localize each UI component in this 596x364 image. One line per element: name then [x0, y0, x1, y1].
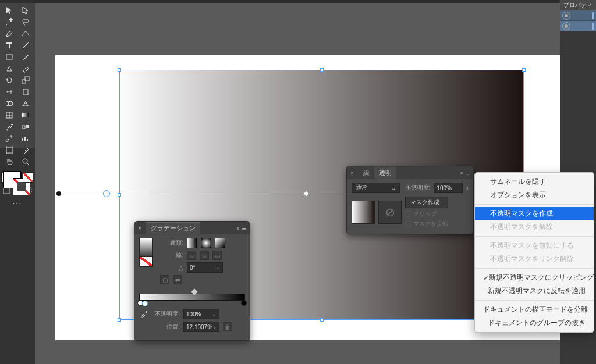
- curvature-tool[interactable]: [17, 28, 34, 40]
- radial-gradient-button[interactable]: [201, 238, 211, 248]
- selection-handle[interactable]: [320, 68, 324, 72]
- menu-new-mask-invert[interactable]: 新規不透明マスクに反転を適用: [475, 284, 594, 298]
- opacity-field[interactable]: 100%: [434, 183, 463, 193]
- paintbrush-tool[interactable]: [17, 51, 34, 63]
- hand-tool[interactable]: [1, 156, 17, 167]
- chevron-down-icon: ⌄: [391, 185, 396, 191]
- artboard-tool[interactable]: [1, 144, 17, 156]
- menu-disable-opacity-mask: 不透明マスクを無効にする: [475, 239, 594, 252]
- shaper-tool[interactable]: [1, 63, 17, 74]
- stroke-within-button[interactable]: ▭: [187, 251, 196, 260]
- blend-tool[interactable]: [17, 121, 34, 133]
- stroke-along-button[interactable]: ▭: [200, 251, 209, 260]
- visibility-icon[interactable]: [562, 12, 570, 20]
- stop-location-value: 12.1007%: [186, 324, 212, 330]
- aspect-lock-button[interactable]: ▢: [160, 275, 169, 284]
- selection-handle[interactable]: [118, 68, 121, 72]
- selection-handle[interactable]: [118, 318, 121, 322]
- gradient-stop-handle[interactable]: [103, 190, 110, 197]
- gradient-stroke-preview[interactable]: [139, 256, 153, 267]
- blend-mode-select[interactable]: 通常 ⌄: [352, 183, 400, 193]
- free-transform-tool[interactable]: [17, 86, 34, 98]
- mesh-tool[interactable]: [1, 109, 17, 121]
- slice-tool[interactable]: [17, 144, 34, 156]
- none-mode[interactable]: [23, 172, 33, 183]
- direct-selection-tool[interactable]: [17, 5, 34, 16]
- zoom-tool[interactable]: [17, 156, 34, 167]
- chevron-down-icon[interactable]: ⌄: [212, 324, 217, 330]
- delete-stop-button[interactable]: 🗑: [223, 322, 232, 331]
- linear-gradient-button[interactable]: [187, 238, 197, 248]
- gradient-stop-selected[interactable]: [142, 301, 148, 306]
- gradient-tab[interactable]: グラデーション: [146, 222, 200, 234]
- lasso-tool[interactable]: [17, 16, 34, 28]
- visibility-icon[interactable]: [562, 22, 570, 30]
- panel-menu-icon[interactable]: ≡: [242, 224, 246, 233]
- svg-point-13: [6, 140, 8, 142]
- type-tool[interactable]: [1, 40, 17, 51]
- stop-opacity-field[interactable]: 100% ⌄: [183, 309, 219, 319]
- shape-builder-tool[interactable]: [1, 98, 17, 109]
- menu-knockout-group[interactable]: ドキュメントのグループの抜き: [475, 316, 594, 330]
- pen-tool[interactable]: [1, 28, 17, 40]
- menu-label: 新規不透明マスクにクリッピングを適用: [489, 273, 596, 283]
- perspective-grid-tool[interactable]: [17, 98, 34, 109]
- width-tool[interactable]: [1, 86, 17, 98]
- layer-row[interactable]: [560, 21, 596, 31]
- stroke-across-button[interactable]: ▭: [212, 251, 222, 260]
- gradient-slider[interactable]: [139, 294, 245, 301]
- menu-isolate-blending[interactable]: ドキュメントの描画モードを分離: [475, 303, 594, 316]
- eyedropper-icon[interactable]: [139, 309, 148, 319]
- gradient-tool[interactable]: [17, 109, 34, 121]
- clip-checkbox[interactable]: クリップ: [405, 210, 448, 218]
- toolbar-edit[interactable]: ···: [1, 199, 34, 207]
- stroke-tab[interactable]: 線: [359, 167, 374, 179]
- selection-handle[interactable]: [522, 68, 526, 72]
- eraser-tool[interactable]: [17, 63, 34, 74]
- angle-icon: △: [160, 265, 183, 271]
- menu-make-opacity-mask[interactable]: 不透明マスクを作成: [475, 207, 594, 220]
- chevron-down-icon[interactable]: ⌄: [212, 311, 217, 317]
- close-icon[interactable]: ×: [138, 224, 141, 231]
- svg-point-0: [23, 19, 29, 23]
- type-label: 種類:: [160, 239, 183, 247]
- menu-hide-thumbnails[interactable]: サムネールを隠す: [475, 175, 594, 188]
- menu-separator: [475, 268, 594, 269]
- menu-new-mask-clip[interactable]: ✓新規不透明マスクにクリッピングを適用: [475, 271, 594, 284]
- angle-field[interactable]: 0° ⌄: [187, 262, 223, 273]
- close-icon[interactable]: ×: [350, 169, 354, 176]
- symbol-sprayer-tool[interactable]: [1, 133, 17, 144]
- selection-handle[interactable]: [320, 318, 324, 322]
- layer-row[interactable]: [560, 10, 596, 21]
- eyedropper-tool[interactable]: [1, 121, 17, 133]
- transparency-tab[interactable]: 透明: [374, 167, 396, 179]
- properties-tab[interactable]: プロパティ: [560, 0, 596, 10]
- column-graph-tool[interactable]: [17, 133, 34, 144]
- freeform-gradient-button[interactable]: [215, 238, 225, 248]
- gradient-midpoint[interactable]: [191, 288, 197, 295]
- panel-menu-icon[interactable]: ≡: [465, 169, 470, 177]
- rotate-tool[interactable]: [1, 74, 17, 86]
- scale-tool[interactable]: [17, 74, 34, 86]
- collapse-icon[interactable]: ‹‹: [237, 225, 239, 231]
- chevron-down-icon[interactable]: ⌄: [215, 265, 220, 270]
- panel-header[interactable]: × 線 透明 ‹‹ ≡: [347, 166, 473, 179]
- collapse-icon[interactable]: ‹‹: [460, 170, 462, 176]
- selection-tool[interactable]: [1, 5, 17, 16]
- artwork-thumbnail[interactable]: [352, 201, 375, 224]
- gradient-stop-black[interactable]: [241, 300, 247, 306]
- reverse-gradient-button[interactable]: ⇄: [173, 275, 182, 284]
- gradient-origin-handle[interactable]: [56, 191, 61, 196]
- menu-show-options[interactable]: オプションを表示: [475, 188, 594, 202]
- magic-wand-tool[interactable]: [1, 16, 17, 28]
- invert-mask-checkbox[interactable]: マスクを反転: [405, 220, 448, 228]
- mask-thumbnail[interactable]: ⊘: [378, 201, 402, 224]
- rectangle-tool[interactable]: [1, 51, 17, 63]
- make-mask-button[interactable]: マスク作成: [405, 197, 448, 208]
- panel-header[interactable]: × グラデーション ‹‹ ≡: [134, 222, 250, 234]
- line-tool[interactable]: [17, 40, 34, 51]
- chevron-right-icon[interactable]: ›: [466, 184, 469, 191]
- stop-location-field[interactable]: 12.1007% ⌄: [183, 322, 219, 332]
- layers-mini-panel: [560, 10, 596, 31]
- svg-rect-1: [6, 55, 12, 59]
